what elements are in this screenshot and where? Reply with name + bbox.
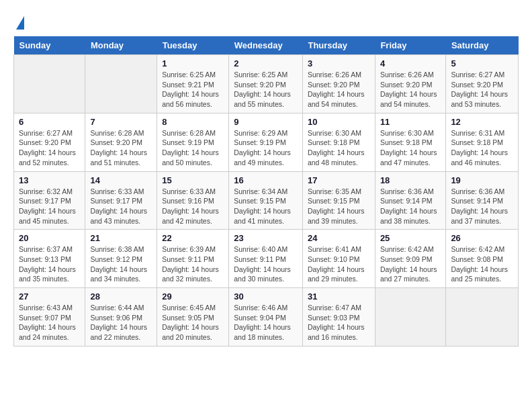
day-number: 1 <box>162 58 224 68</box>
day-number: 10 <box>308 117 370 127</box>
calendar-cell: 22Sunrise: 6:39 AM Sunset: 9:11 PM Dayli… <box>157 230 229 288</box>
day-info: Sunrise: 6:45 AM Sunset: 9:05 PM Dayligh… <box>162 303 224 342</box>
day-info: Sunrise: 6:35 AM Sunset: 9:15 PM Dayligh… <box>308 187 370 226</box>
calendar-cell: 8Sunrise: 6:28 AM Sunset: 9:19 PM Daylig… <box>157 113 229 171</box>
day-info: Sunrise: 6:40 AM Sunset: 9:11 PM Dayligh… <box>234 244 298 284</box>
day-info: Sunrise: 6:43 AM Sunset: 9:07 PM Dayligh… <box>19 303 80 342</box>
day-info: Sunrise: 6:36 AM Sunset: 9:14 PM Dayligh… <box>451 187 513 226</box>
day-info: Sunrise: 6:37 AM Sunset: 9:13 PM Dayligh… <box>19 244 80 284</box>
calendar-cell: 21Sunrise: 6:38 AM Sunset: 9:12 PM Dayli… <box>85 230 157 288</box>
calendar-cell: 1Sunrise: 6:25 AM Sunset: 9:21 PM Daylig… <box>157 55 229 113</box>
calendar-cell: 4Sunrise: 6:26 AM Sunset: 9:20 PM Daylig… <box>375 55 446 113</box>
day-info: Sunrise: 6:39 AM Sunset: 9:11 PM Dayligh… <box>162 244 224 284</box>
day-number: 13 <box>19 175 80 185</box>
day-number: 12 <box>451 117 513 127</box>
page-header <box>13 13 519 30</box>
column-header-sunday: Sunday <box>14 36 85 55</box>
calendar-cell <box>14 55 85 113</box>
calendar-cell <box>375 288 446 347</box>
calendar-cell: 9Sunrise: 6:29 AM Sunset: 9:19 PM Daylig… <box>229 113 303 171</box>
day-number: 23 <box>234 233 298 243</box>
day-info: Sunrise: 6:25 AM Sunset: 9:20 PM Dayligh… <box>234 70 298 109</box>
logo <box>13 13 24 30</box>
day-number: 30 <box>234 291 298 302</box>
day-number: 19 <box>451 175 513 185</box>
day-info: Sunrise: 6:30 AM Sunset: 9:18 PM Dayligh… <box>308 128 370 168</box>
calendar-cell: 3Sunrise: 6:26 AM Sunset: 9:20 PM Daylig… <box>302 55 375 113</box>
day-info: Sunrise: 6:36 AM Sunset: 9:14 PM Dayligh… <box>380 187 441 226</box>
day-number: 22 <box>162 233 224 243</box>
column-header-friday: Friday <box>375 36 446 55</box>
calendar-cell: 18Sunrise: 6:36 AM Sunset: 9:14 PM Dayli… <box>375 171 446 230</box>
day-info: Sunrise: 6:31 AM Sunset: 9:18 PM Dayligh… <box>451 128 513 168</box>
day-number: 21 <box>90 233 152 243</box>
day-info: Sunrise: 6:41 AM Sunset: 9:10 PM Dayligh… <box>308 244 370 284</box>
calendar-week-row: 6Sunrise: 6:27 AM Sunset: 9:20 PM Daylig… <box>14 113 519 171</box>
day-info: Sunrise: 6:47 AM Sunset: 9:03 PM Dayligh… <box>308 303 370 342</box>
day-number: 31 <box>308 291 370 302</box>
day-number: 20 <box>19 233 80 243</box>
calendar-cell: 15Sunrise: 6:33 AM Sunset: 9:16 PM Dayli… <box>157 171 229 230</box>
day-info: Sunrise: 6:29 AM Sunset: 9:19 PM Dayligh… <box>234 128 298 168</box>
calendar-cell: 16Sunrise: 6:34 AM Sunset: 9:15 PM Dayli… <box>229 171 303 230</box>
day-number: 11 <box>380 117 441 127</box>
day-info: Sunrise: 6:33 AM Sunset: 9:16 PM Dayligh… <box>162 187 224 226</box>
calendar-cell: 30Sunrise: 6:46 AM Sunset: 9:04 PM Dayli… <box>229 288 303 347</box>
calendar-cell: 17Sunrise: 6:35 AM Sunset: 9:15 PM Dayli… <box>302 171 375 230</box>
column-header-monday: Monday <box>85 36 157 55</box>
day-number: 18 <box>380 175 441 185</box>
column-header-wednesday: Wednesday <box>229 36 303 55</box>
calendar-cell: 10Sunrise: 6:30 AM Sunset: 9:18 PM Dayli… <box>302 113 375 171</box>
calendar-cell: 13Sunrise: 6:32 AM Sunset: 9:17 PM Dayli… <box>14 171 85 230</box>
calendar-cell <box>85 55 157 113</box>
calendar-cell: 25Sunrise: 6:42 AM Sunset: 9:09 PM Dayli… <box>375 230 446 288</box>
day-info: Sunrise: 6:44 AM Sunset: 9:06 PM Dayligh… <box>90 303 152 342</box>
calendar-cell: 5Sunrise: 6:27 AM Sunset: 9:20 PM Daylig… <box>446 55 519 113</box>
calendar-cell: 11Sunrise: 6:30 AM Sunset: 9:18 PM Dayli… <box>375 113 446 171</box>
day-info: Sunrise: 6:26 AM Sunset: 9:20 PM Dayligh… <box>380 70 441 109</box>
day-number: 26 <box>451 233 513 243</box>
day-info: Sunrise: 6:38 AM Sunset: 9:12 PM Dayligh… <box>90 244 152 284</box>
day-number: 14 <box>90 175 152 185</box>
calendar-cell: 23Sunrise: 6:40 AM Sunset: 9:11 PM Dayli… <box>229 230 303 288</box>
calendar-week-row: 20Sunrise: 6:37 AM Sunset: 9:13 PM Dayli… <box>14 230 519 288</box>
day-info: Sunrise: 6:33 AM Sunset: 9:17 PM Dayligh… <box>90 187 152 226</box>
day-number: 4 <box>380 58 441 68</box>
day-info: Sunrise: 6:30 AM Sunset: 9:18 PM Dayligh… <box>380 128 441 168</box>
day-number: 27 <box>19 291 80 302</box>
day-info: Sunrise: 6:27 AM Sunset: 9:20 PM Dayligh… <box>451 70 513 109</box>
day-number: 24 <box>308 233 370 243</box>
day-info: Sunrise: 6:25 AM Sunset: 9:21 PM Dayligh… <box>162 70 224 109</box>
day-info: Sunrise: 6:42 AM Sunset: 9:08 PM Dayligh… <box>451 244 513 284</box>
calendar-cell: 27Sunrise: 6:43 AM Sunset: 9:07 PM Dayli… <box>14 288 85 347</box>
calendar-cell: 7Sunrise: 6:28 AM Sunset: 9:20 PM Daylig… <box>85 113 157 171</box>
day-number: 7 <box>90 117 152 127</box>
day-info: Sunrise: 6:32 AM Sunset: 9:17 PM Dayligh… <box>19 187 80 226</box>
calendar-cell: 20Sunrise: 6:37 AM Sunset: 9:13 PM Dayli… <box>14 230 85 288</box>
calendar-cell: 19Sunrise: 6:36 AM Sunset: 9:14 PM Dayli… <box>446 171 519 230</box>
day-number: 3 <box>308 58 370 68</box>
calendar-cell: 12Sunrise: 6:31 AM Sunset: 9:18 PM Dayli… <box>446 113 519 171</box>
calendar-week-row: 1Sunrise: 6:25 AM Sunset: 9:21 PM Daylig… <box>14 55 519 113</box>
day-number: 16 <box>234 175 298 185</box>
day-number: 9 <box>234 117 298 127</box>
calendar-cell: 24Sunrise: 6:41 AM Sunset: 9:10 PM Dayli… <box>302 230 375 288</box>
day-number: 29 <box>162 291 224 302</box>
column-header-tuesday: Tuesday <box>157 36 229 55</box>
calendar-cell: 6Sunrise: 6:27 AM Sunset: 9:20 PM Daylig… <box>14 113 85 171</box>
calendar-cell <box>446 288 519 347</box>
calendar-cell: 31Sunrise: 6:47 AM Sunset: 9:03 PM Dayli… <box>302 288 375 347</box>
calendar-header-row: SundayMondayTuesdayWednesdayThursdayFrid… <box>14 36 519 55</box>
day-number: 15 <box>162 175 224 185</box>
calendar-table: SundayMondayTuesdayWednesdayThursdayFrid… <box>13 36 519 347</box>
day-info: Sunrise: 6:28 AM Sunset: 9:19 PM Dayligh… <box>162 128 224 168</box>
day-info: Sunrise: 6:27 AM Sunset: 9:20 PM Dayligh… <box>19 128 80 168</box>
calendar-week-row: 27Sunrise: 6:43 AM Sunset: 9:07 PM Dayli… <box>14 288 519 347</box>
calendar-cell: 26Sunrise: 6:42 AM Sunset: 9:08 PM Dayli… <box>446 230 519 288</box>
day-number: 28 <box>90 291 152 302</box>
calendar-cell: 2Sunrise: 6:25 AM Sunset: 9:20 PM Daylig… <box>229 55 303 113</box>
column-header-saturday: Saturday <box>446 36 519 55</box>
calendar-cell: 29Sunrise: 6:45 AM Sunset: 9:05 PM Dayli… <box>157 288 229 347</box>
day-info: Sunrise: 6:28 AM Sunset: 9:20 PM Dayligh… <box>90 128 152 168</box>
day-number: 17 <box>308 175 370 185</box>
